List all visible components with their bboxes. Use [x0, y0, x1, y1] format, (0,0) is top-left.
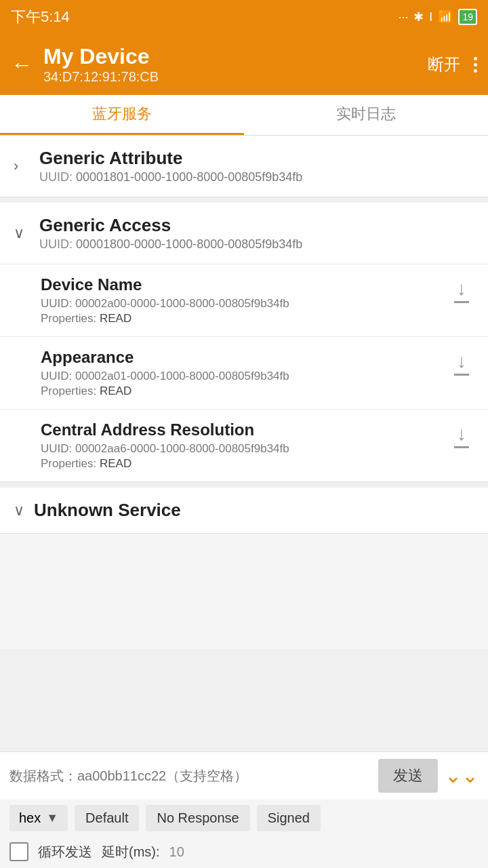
- dot-1: [474, 57, 477, 60]
- char-device-name-read-button[interactable]: ↓: [449, 275, 474, 306]
- double-chevron-down-icon: ⌄⌄: [445, 766, 479, 786]
- delay-value: 10: [169, 844, 184, 860]
- dot-2: [474, 63, 477, 66]
- action-buttons: 断开: [428, 54, 477, 75]
- delay-label: 延时(ms):: [102, 843, 160, 861]
- divider-2: [0, 482, 488, 488]
- tab-bar: 蓝牙服务 实时日志: [0, 95, 488, 136]
- loop-row: 循环发送 延时(ms): 10: [0, 837, 488, 868]
- status-bar: 下午5:14 ··· ✱ Ⅰ 📶 19: [0, 0, 488, 34]
- app-bar: ← My Device 34:D7:12:91:78:CB 断开: [0, 34, 488, 95]
- download-icon: ↓: [457, 278, 466, 300]
- back-button[interactable]: ←: [11, 52, 33, 77]
- download-line-2: [454, 374, 469, 376]
- chevron-down-icon: ∨: [14, 224, 30, 242]
- battery-icon: 19: [458, 9, 477, 25]
- service-generic-attribute: › Generic Attribute UUID: 00001801-0000-…: [0, 136, 488, 197]
- char-appearance-read-button[interactable]: ↓: [449, 348, 474, 378]
- device-name-title: My Device: [43, 44, 428, 69]
- char-appearance-info: Appearance UUID: 00002a01-0000-1000-8000…: [41, 348, 449, 398]
- wifi-icon: 📶: [438, 9, 453, 24]
- status-time: 下午5:14: [11, 7, 70, 27]
- characteristic-appearance: Appearance UUID: 00002a01-0000-1000-8000…: [0, 336, 488, 409]
- title-block: My Device 34:D7:12:91:78:CB: [43, 44, 428, 85]
- download-icon-3: ↓: [457, 423, 466, 445]
- send-row: 发送 ⌄⌄: [0, 752, 488, 800]
- divider-1: [0, 197, 488, 203]
- tab-bluetooth[interactable]: 蓝牙服务: [0, 95, 244, 135]
- disconnect-button[interactable]: 断开: [428, 54, 460, 75]
- char-device-name-info: Device Name UUID: 00002a00-0000-1000-800…: [41, 275, 449, 326]
- service-unknown: ∨ Unknown Service: [0, 488, 488, 534]
- service-generic-attribute-header[interactable]: › Generic Attribute UUID: 00001801-0000-…: [0, 136, 488, 197]
- options-row: hex ▼ Default No Response Signed: [0, 800, 488, 837]
- service-generic-access-title: Generic Access UUID: 00001800-0000-1000-…: [39, 215, 474, 252]
- dot-3: [474, 69, 477, 73]
- download-icon-2: ↓: [457, 351, 466, 372]
- loop-checkbox[interactable]: [9, 842, 28, 861]
- characteristic-device-name: Device Name UUID: 00002a00-0000-1000-800…: [0, 264, 488, 336]
- service-unknown-header[interactable]: ∨ Unknown Service: [0, 488, 488, 533]
- status-icons: ··· ✱ Ⅰ 📶 19: [398, 9, 477, 25]
- service-generic-access: ∨ Generic Access UUID: 00001800-0000-100…: [0, 203, 488, 482]
- chevron-right-icon: ›: [14, 157, 30, 175]
- chevron-down-unknown-icon: ∨: [14, 502, 24, 519]
- characteristic-central-address: Central Address Resolution UUID: 00002aa…: [0, 409, 488, 481]
- device-mac: 34:D7:12:91:78:CB: [43, 69, 428, 85]
- bluetooth-icon: ✱: [413, 9, 424, 24]
- bottom-bar: 发送 ⌄⌄ hex ▼ Default No Response Signed 循…: [0, 751, 488, 868]
- more-button[interactable]: [474, 57, 477, 73]
- option-default-button[interactable]: Default: [75, 805, 139, 831]
- send-input[interactable]: [9, 768, 371, 784]
- caret-icon: ▼: [46, 811, 58, 825]
- option-signed-button[interactable]: Signed: [257, 805, 321, 831]
- service-generic-attribute-title: Generic Attribute UUID: 00001801-0000-10…: [39, 148, 474, 184]
- service-generic-access-header[interactable]: ∨ Generic Access UUID: 00001800-0000-100…: [0, 203, 488, 264]
- option-no-response-button[interactable]: No Response: [146, 805, 249, 831]
- download-line: [454, 301, 469, 303]
- format-select[interactable]: hex ▼: [9, 805, 68, 831]
- char-central-address-info: Central Address Resolution UUID: 00002aa…: [41, 420, 449, 471]
- send-button[interactable]: 发送: [378, 759, 438, 793]
- expand-button[interactable]: ⌄⌄: [445, 766, 479, 786]
- tab-log[interactable]: 实时日志: [244, 95, 488, 135]
- loop-label: 循环发送: [38, 843, 92, 861]
- signal-dots-icon: ···: [398, 10, 408, 24]
- char-central-address-read-button[interactable]: ↓: [449, 420, 474, 451]
- cellular-icon: Ⅰ: [429, 9, 432, 24]
- content-area: › Generic Attribute UUID: 00001801-0000-…: [0, 136, 488, 649]
- download-line-3: [454, 446, 469, 448]
